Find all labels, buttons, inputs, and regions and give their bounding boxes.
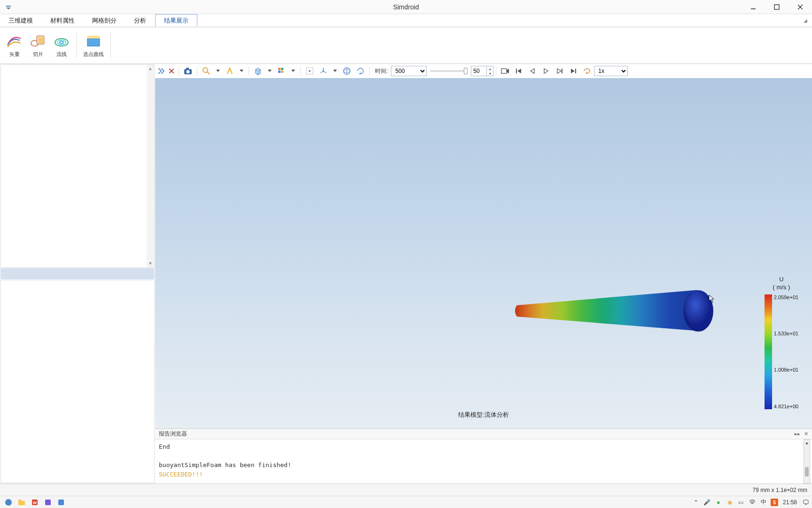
svg-point-33 (5, 499, 12, 506)
svg-rect-24 (501, 69, 507, 73)
highlight-button[interactable] (223, 65, 236, 77)
loop-button[interactable] (580, 65, 593, 77)
tray-battery-icon[interactable]: ▭ (737, 498, 745, 507)
report-pin-icon[interactable]: ▸▸ (795, 431, 800, 437)
report-content[interactable]: End buoyantSimpleFoam has been finished!… (155, 439, 812, 484)
svg-rect-0 (6, 6, 11, 7)
tray-s-icon[interactable]: 5 (771, 499, 778, 506)
toolbar-sep (496, 66, 496, 76)
play-button[interactable] (539, 65, 553, 77)
rotate-button[interactable] (354, 65, 367, 77)
cancel-button[interactable] (167, 65, 176, 77)
ribbon-streamline[interactable]: 流线 (50, 30, 73, 62)
tab-results[interactable]: 结果展示 (155, 14, 197, 27)
report-line: buoyantSimpleFoam has been finished! (159, 460, 808, 470)
viewport-3d[interactable]: X Y Z U ( m/s ) (155, 78, 812, 429)
tree-scrollbar[interactable]: ▲ ▼ (147, 65, 154, 267)
ribbon-label: 切片 (33, 51, 43, 58)
spinner-down[interactable]: ▼ (486, 71, 493, 76)
tab-overflow-caret[interactable]: ◢ (799, 14, 812, 27)
globe-button[interactable] (340, 65, 353, 77)
model-label: 结果模型:流体分析 (458, 411, 509, 419)
svg-rect-1 (751, 8, 756, 9)
tray-dot2-icon[interactable]: ◉ (726, 498, 734, 507)
scroll-thumb[interactable] (805, 467, 809, 476)
highlight-dropdown[interactable] (237, 65, 246, 77)
scroll-down-icon[interactable]: ▼ (147, 260, 154, 267)
maximize-button[interactable] (765, 0, 789, 14)
tray-up-icon[interactable]: ⌃ (692, 498, 700, 507)
tray-notification-icon[interactable] (802, 498, 810, 507)
frame-spinner[interactable]: 50 ▲ ▼ (471, 66, 493, 76)
spinner-value: 50 (473, 68, 479, 74)
viewport-toolbar: 时间: 500 50 ▲ ▼ 1x (155, 64, 812, 78)
time-label: 时间: (375, 67, 388, 75)
cube-view-button[interactable] (251, 65, 265, 77)
ribbon-vector[interactable]: 矢量 (3, 30, 26, 62)
svg-text:W: W (33, 500, 37, 505)
zoom-button[interactable] (200, 65, 213, 77)
axis-dropdown[interactable] (330, 65, 340, 77)
time-combo[interactable]: 500 (391, 66, 427, 76)
legend-title: U ( m/s ) (773, 276, 790, 292)
quick-access-dropdown[interactable] (4, 2, 13, 12)
legend-tick: 2.059e+01 (774, 294, 798, 300)
first-frame-button[interactable] (512, 65, 525, 77)
camera-button[interactable] (181, 65, 195, 77)
ribbon-point-curve[interactable]: 选点曲线 (79, 30, 108, 62)
svg-rect-39 (58, 500, 64, 505)
tray-wifi-icon[interactable] (748, 498, 757, 507)
next-frame-button[interactable] (553, 65, 566, 77)
svg-point-14 (203, 68, 208, 72)
color-dropdown[interactable] (289, 65, 298, 77)
task-explorer-icon[interactable] (15, 497, 28, 508)
svg-rect-35 (18, 500, 22, 501)
record-button[interactable] (499, 65, 512, 77)
ribbon-separator (76, 32, 77, 59)
tab-analysis[interactable]: 分析 (125, 14, 155, 27)
ribbon-slice[interactable]: 切片 (26, 30, 50, 62)
cube-dropdown[interactable] (265, 65, 274, 77)
tab-3d-modeling[interactable]: 三维建模 (0, 14, 42, 27)
report-header: 报告浏览器 ▸▸ ✕ (155, 429, 812, 439)
color-cube-button[interactable] (275, 65, 288, 77)
task-browser-icon[interactable] (2, 497, 15, 508)
tray-mic-icon[interactable]: 🎤 (703, 498, 711, 507)
minimize-button[interactable] (742, 0, 765, 14)
tree-panel[interactable]: ▲ ▼ (0, 64, 155, 268)
close-button[interactable] (789, 0, 812, 14)
tray-ime-icon[interactable]: 中 (759, 498, 768, 507)
report-scrollbar[interactable]: ▲ (804, 439, 810, 484)
tab-material[interactable]: 材料属性 (42, 14, 84, 27)
task-wps-icon[interactable]: W (28, 497, 41, 508)
legend-color-bar (765, 294, 772, 409)
report-close-icon[interactable]: ✕ (804, 431, 808, 437)
window-controls (742, 0, 812, 14)
task-app-icon[interactable] (41, 497, 55, 508)
slider-thumb[interactable] (464, 68, 468, 74)
tray-time[interactable]: 21:58 (783, 499, 797, 506)
tray-dot1-icon[interactable]: ● (714, 498, 723, 507)
svg-rect-40 (804, 500, 808, 504)
scroll-up-icon[interactable]: ▲ (804, 440, 810, 445)
time-slider[interactable] (430, 70, 468, 72)
fit-view-button[interactable] (303, 65, 316, 77)
svg-rect-32 (765, 294, 772, 409)
panel-divider[interactable] (0, 268, 155, 279)
scroll-up-icon[interactable]: ▲ (147, 65, 154, 72)
main-tabs: 三维建模 材料属性 网格剖分 分析 结果展示 ◢ (0, 14, 812, 27)
tab-mesh[interactable]: 网格剖分 (84, 14, 125, 27)
zoom-dropdown[interactable] (213, 65, 223, 77)
speed-combo[interactable]: 1x (594, 66, 628, 76)
svg-rect-38 (45, 500, 51, 505)
task-simdroid-icon[interactable] (55, 497, 68, 508)
spinner-up[interactable]: ▲ (486, 66, 493, 71)
svg-rect-26 (562, 69, 562, 73)
expand-button[interactable] (157, 65, 166, 77)
ribbon-label: 矢量 (9, 51, 20, 58)
last-frame-button[interactable] (567, 65, 580, 77)
svg-rect-17 (278, 71, 281, 73)
prev-frame-button[interactable] (526, 65, 539, 77)
axis-view-button[interactable] (317, 65, 330, 77)
property-panel[interactable] (0, 280, 155, 483)
